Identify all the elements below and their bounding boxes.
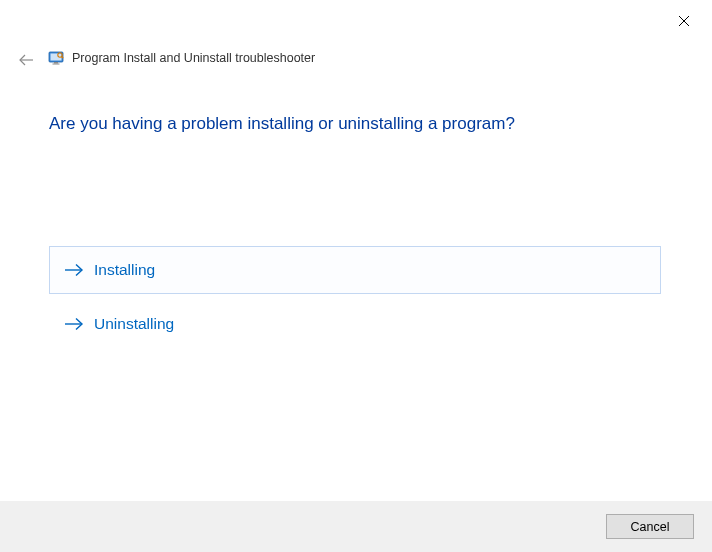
back-button[interactable] <box>16 52 36 72</box>
cancel-button[interactable]: Cancel <box>606 514 694 539</box>
option-label: Uninstalling <box>94 315 174 333</box>
option-label: Installing <box>94 261 155 279</box>
troubleshooter-icon <box>48 50 64 66</box>
option-list: Installing Uninstalling <box>49 246 661 348</box>
option-installing[interactable]: Installing <box>49 246 661 294</box>
footer: Cancel <box>0 501 712 552</box>
window-title: Program Install and Uninstall troublesho… <box>72 51 315 65</box>
header: Program Install and Uninstall troublesho… <box>48 50 315 66</box>
arrow-left-icon <box>18 53 34 71</box>
page-heading: Are you having a problem installing or u… <box>49 114 515 134</box>
svg-rect-5 <box>54 62 58 64</box>
arrow-right-icon <box>64 262 84 278</box>
close-button[interactable] <box>674 12 694 32</box>
option-uninstalling[interactable]: Uninstalling <box>49 300 661 348</box>
svg-rect-6 <box>53 64 60 65</box>
close-icon <box>678 13 690 31</box>
arrow-right-icon <box>64 316 84 332</box>
